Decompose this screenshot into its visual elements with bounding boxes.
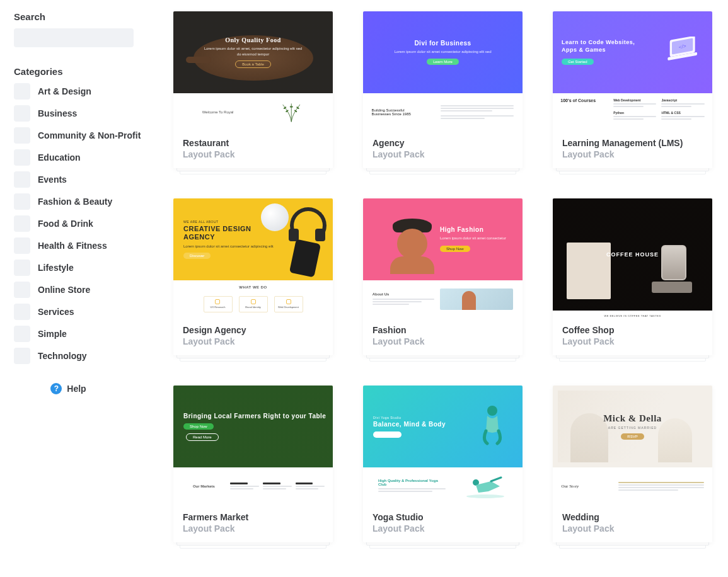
category-label: Events	[38, 174, 67, 185]
layout-pack-card[interactable]: High Fashion Lorem ipsum dolor sit amet …	[363, 198, 523, 355]
layout-pack-card[interactable]: WE ARE ALL ABOUTCREATIVE DESIGN AGENCYLo…	[173, 198, 333, 355]
category-checkbox[interactable]	[14, 282, 30, 298]
layout-pack-card[interactable]: Divi for BusinessLorem ipsum dolor sit a…	[363, 11, 523, 168]
layout-pack-card[interactable]: Only Quality Food Lorem ipsum dolor sit …	[173, 11, 333, 168]
herb-icon	[259, 101, 324, 123]
help-link[interactable]: ? Help	[0, 383, 149, 394]
svg-point-1	[285, 109, 289, 112]
category-item[interactable]: Education	[14, 149, 149, 166]
category-checkbox[interactable]	[14, 215, 30, 232]
layout-grid: Only Quality Food Lorem ipsum dolor sit …	[162, 11, 714, 542]
card-thumbnail: Bringing Local Farmers Right to your Tab…	[173, 386, 333, 505]
yoga-figure-icon	[473, 403, 511, 447]
thumb-hero-cta: Get Started	[562, 59, 594, 65]
card-thumbnail: Only Quality Food Lorem ipsum dolor sit …	[173, 11, 333, 130]
card-subtitle: Layout Pack	[373, 523, 513, 534]
thumb-hero-title: High Fashion	[440, 226, 506, 233]
coffee-bag-shape	[567, 243, 611, 299]
category-item[interactable]: Simple	[14, 326, 149, 342]
category-item[interactable]: Business	[14, 105, 149, 122]
layout-pack-card[interactable]: Mick & Della ARE GETTING MARRIED RSVP Ou…	[553, 386, 712, 542]
card-subtitle: Layout Pack	[183, 336, 323, 346]
category-label: Simple	[38, 329, 67, 339]
help-label: Help	[67, 384, 86, 394]
category-list: Art & Design Business Community & Non-Pr…	[14, 83, 149, 364]
category-item[interactable]: Health & Fitness	[14, 237, 149, 254]
category-item[interactable]: Art & Design	[14, 83, 149, 100]
layout-pack-card[interactable]: COFFEE HOUSE WE BELIEVE IN COFFEE THAT T…	[553, 198, 712, 355]
thumb-hero-cta: Discover	[183, 253, 211, 259]
category-checkbox[interactable]	[14, 171, 30, 188]
thumb-hero-cta: Book a Table	[235, 60, 271, 68]
category-checkbox[interactable]	[14, 326, 30, 342]
category-label: Food & Drink	[38, 219, 93, 229]
thumb-hero-title: Learn to Code Websites, Apps & Games	[562, 39, 637, 54]
thumb-strip-heading: 100's of Courses	[560, 98, 610, 103]
search-heading: Search	[14, 11, 149, 22]
card-title: Coffee Shop	[562, 325, 703, 335]
category-item[interactable]: Community & Non-Profit	[14, 127, 149, 144]
thumb-hero-title: Divi for Business	[414, 40, 471, 47]
laptop-icon: </>	[659, 37, 703, 68]
thumb-hero-cta: Shop Now	[440, 246, 470, 252]
thumb-content-strip: WE BELIEVE IN COFFEE THAT TASTES	[553, 311, 712, 321]
search-block: Search	[14, 11, 149, 47]
card-subtitle: Layout Pack	[562, 336, 703, 346]
layout-pack-card[interactable]: Learn to Code Websites, Apps & Games Get…	[553, 11, 712, 168]
category-label: Lifestyle	[38, 263, 74, 273]
category-label: Services	[38, 307, 74, 317]
thumb-hero-cta: Join Now	[373, 431, 402, 438]
svg-point-10	[466, 494, 504, 498]
category-checkbox[interactable]	[14, 149, 30, 166]
thumb-hero-title: COFFEE HOUSE	[606, 251, 659, 258]
category-item[interactable]: Online Store	[14, 282, 149, 298]
category-item[interactable]: Food & Drink	[14, 215, 149, 232]
card-title: Restaurant	[183, 138, 323, 148]
category-checkbox[interactable]	[14, 83, 30, 100]
thumb-hero-subtitle: Lorem ipsum dolor sit amet consectetur	[440, 236, 506, 241]
categories-heading: Categories	[14, 66, 149, 77]
thumb-hero-pretitle: Divi Yoga Studio	[373, 416, 401, 420]
card-thumbnail: WE ARE ALL ABOUTCREATIVE DESIGN AGENCYLo…	[173, 198, 333, 317]
thumb-strip-heading: Our Story	[562, 484, 615, 489]
thumb-hero-title: Balance, Mind & Body	[373, 421, 446, 428]
card-thumbnail: Divi for BusinessLorem ipsum dolor sit a…	[363, 11, 523, 130]
card-thumbnail: High Fashion Lorem ipsum dolor sit amet …	[363, 198, 523, 317]
thumb-content-strip: Welcome To Royal	[173, 93, 333, 130]
layout-pack-card[interactable]: Bringing Local Farmers Right to your Tab…	[173, 386, 333, 542]
thumb-hero-pretitle: WE ARE ALL ABOUT	[183, 220, 219, 224]
card-subtitle: Layout Pack	[562, 149, 703, 159]
search-input[interactable]	[14, 28, 134, 47]
thumb-strip-heading: WHAT WE DO	[239, 285, 267, 289]
thumb-content-strip: High Quality & Professional Yoga Club	[363, 467, 523, 505]
category-item[interactable]: Lifestyle	[14, 260, 149, 276]
card-subtitle: Layout Pack	[373, 336, 513, 346]
category-item[interactable]: Services	[14, 304, 149, 320]
thumb-hero-cta: Learn More	[427, 59, 459, 65]
category-label: Art & Design	[38, 86, 91, 96]
category-checkbox[interactable]	[14, 193, 30, 210]
layout-pack-card[interactable]: Divi Yoga StudioBalance, Mind & BodyJoin…	[363, 386, 523, 542]
category-checkbox[interactable]	[14, 304, 30, 320]
categories-block: Categories Art & Design Business Communi…	[14, 66, 149, 364]
sidebar: Search Categories Art & Design Business …	[14, 11, 162, 394]
category-item[interactable]: Fashion & Beauty	[14, 193, 149, 210]
category-item[interactable]: Technology	[14, 348, 149, 364]
category-item[interactable]: Events	[14, 171, 149, 188]
thumb-hero-title: Only Quality Food	[225, 37, 281, 43]
thumb-strip-heading: High Quality & Professional Yoga Club	[378, 479, 446, 493]
category-checkbox[interactable]	[14, 105, 30, 122]
thumb-hero-title: Bringing Local Farmers Right to your Tab…	[183, 413, 326, 420]
thumb-strip-heading: Welcome To Royal	[183, 110, 253, 114]
thumb-content-strip: Our Markets	[173, 467, 333, 505]
category-checkbox[interactable]	[14, 127, 30, 144]
thumb-strip-line2: Businesses Since 1985	[371, 112, 436, 116]
card-title: Yoga Studio	[373, 512, 513, 522]
category-checkbox[interactable]	[14, 348, 30, 364]
category-checkbox[interactable]	[14, 237, 30, 254]
card-title: Fashion	[373, 325, 513, 335]
category-label: Education	[38, 152, 81, 163]
thumb-hero-title: CREATIVE DESIGN AGENCY	[183, 225, 259, 241]
category-checkbox[interactable]	[14, 260, 30, 276]
thumb-hero-title: Mick & Della	[603, 413, 662, 424]
